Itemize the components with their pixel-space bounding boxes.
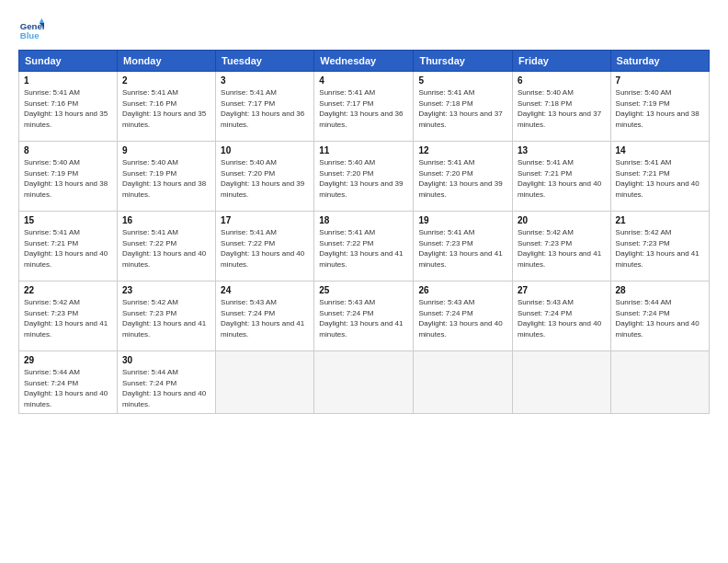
- day-detail: Sunrise: 5:41 AMSunset: 7:22 PMDaylight:…: [122, 227, 210, 270]
- calendar-cell: 24Sunrise: 5:43 AMSunset: 7:24 PMDayligh…: [216, 282, 314, 351]
- day-detail: Sunrise: 5:40 AMSunset: 7:18 PMDaylight:…: [518, 87, 606, 130]
- day-number: 1: [24, 75, 112, 86]
- calendar-cell: 23Sunrise: 5:42 AMSunset: 7:23 PMDayligh…: [118, 282, 216, 351]
- calendar-cell: [512, 351, 610, 414]
- day-number: 26: [418, 285, 507, 295]
- day-detail: Sunrise: 5:40 AMSunset: 7:20 PMDaylight:…: [221, 157, 309, 200]
- weekday-header: Sunday: [19, 51, 118, 72]
- calendar-cell: 13Sunrise: 5:41 AMSunset: 7:21 PMDayligh…: [512, 142, 610, 212]
- weekday-header: Friday: [512, 51, 610, 72]
- day-number: 22: [24, 285, 112, 295]
- calendar-cell: [610, 351, 709, 414]
- day-number: 19: [418, 215, 507, 225]
- calendar-cell: 20Sunrise: 5:42 AMSunset: 7:23 PMDayligh…: [512, 212, 610, 282]
- calendar-cell: 12Sunrise: 5:41 AMSunset: 7:20 PMDayligh…: [414, 142, 513, 212]
- calendar-cell: 4Sunrise: 5:41 AMSunset: 7:17 PMDaylight…: [314, 72, 414, 142]
- day-number: 16: [122, 215, 210, 225]
- weekday-header: Monday: [118, 51, 216, 72]
- day-number: 9: [122, 145, 210, 155]
- calendar-cell: 11Sunrise: 5:40 AMSunset: 7:20 PMDayligh…: [314, 142, 414, 212]
- calendar-cell: 25Sunrise: 5:43 AMSunset: 7:24 PMDayligh…: [314, 282, 414, 351]
- day-number: 14: [616, 145, 704, 155]
- day-number: 7: [616, 75, 704, 86]
- day-detail: Sunrise: 5:43 AMSunset: 7:24 PMDaylight:…: [418, 297, 507, 339]
- day-detail: Sunrise: 5:41 AMSunset: 7:21 PMDaylight:…: [24, 227, 112, 270]
- weekday-header: Tuesday: [216, 51, 314, 72]
- calendar-cell: 28Sunrise: 5:44 AMSunset: 7:24 PMDayligh…: [610, 282, 709, 351]
- calendar-cell: 19Sunrise: 5:41 AMSunset: 7:23 PMDayligh…: [414, 212, 513, 282]
- calendar-cell: 3Sunrise: 5:41 AMSunset: 7:17 PMDaylight…: [216, 72, 314, 142]
- weekday-header: Wednesday: [314, 51, 414, 72]
- calendar-cell: [216, 351, 314, 414]
- day-detail: Sunrise: 5:41 AMSunset: 7:17 PMDaylight:…: [319, 87, 408, 130]
- day-detail: Sunrise: 5:41 AMSunset: 7:22 PMDaylight:…: [221, 227, 309, 270]
- day-number: 20: [518, 215, 606, 225]
- day-number: 23: [122, 285, 210, 295]
- calendar-cell: [414, 351, 513, 414]
- calendar-cell: 15Sunrise: 5:41 AMSunset: 7:21 PMDayligh…: [19, 212, 118, 282]
- day-detail: Sunrise: 5:41 AMSunset: 7:17 PMDaylight:…: [221, 87, 309, 130]
- logo-icon: General Blue: [18, 17, 44, 42]
- day-detail: Sunrise: 5:42 AMSunset: 7:23 PMDaylight:…: [518, 227, 606, 270]
- calendar-cell: 30Sunrise: 5:44 AMSunset: 7:24 PMDayligh…: [118, 351, 216, 414]
- day-detail: Sunrise: 5:43 AMSunset: 7:24 PMDaylight:…: [319, 297, 408, 339]
- day-detail: Sunrise: 5:42 AMSunset: 7:23 PMDaylight:…: [122, 297, 210, 339]
- day-detail: Sunrise: 5:41 AMSunset: 7:22 PMDaylight:…: [319, 227, 408, 270]
- day-detail: Sunrise: 5:41 AMSunset: 7:21 PMDaylight:…: [518, 157, 606, 200]
- day-detail: Sunrise: 5:42 AMSunset: 7:23 PMDaylight:…: [616, 227, 704, 270]
- calendar-cell: 29Sunrise: 5:44 AMSunset: 7:24 PMDayligh…: [19, 351, 118, 414]
- day-detail: Sunrise: 5:44 AMSunset: 7:24 PMDaylight:…: [24, 367, 112, 409]
- day-detail: Sunrise: 5:40 AMSunset: 7:19 PMDaylight:…: [122, 157, 210, 200]
- day-number: 24: [221, 285, 309, 295]
- day-detail: Sunrise: 5:40 AMSunset: 7:19 PMDaylight:…: [616, 87, 704, 130]
- day-number: 28: [616, 285, 704, 295]
- day-detail: Sunrise: 5:41 AMSunset: 7:16 PMDaylight:…: [122, 87, 210, 130]
- logo: General Blue: [18, 17, 44, 42]
- calendar-cell: 10Sunrise: 5:40 AMSunset: 7:20 PMDayligh…: [216, 142, 314, 212]
- day-detail: Sunrise: 5:41 AMSunset: 7:16 PMDaylight:…: [24, 87, 112, 130]
- day-number: 15: [24, 215, 112, 225]
- day-number: 21: [616, 215, 704, 225]
- calendar-cell: 2Sunrise: 5:41 AMSunset: 7:16 PMDaylight…: [118, 72, 216, 142]
- day-detail: Sunrise: 5:44 AMSunset: 7:24 PMDaylight:…: [122, 367, 210, 409]
- day-detail: Sunrise: 5:41 AMSunset: 7:23 PMDaylight:…: [418, 227, 507, 270]
- calendar-cell: 21Sunrise: 5:42 AMSunset: 7:23 PMDayligh…: [610, 212, 709, 282]
- day-detail: Sunrise: 5:41 AMSunset: 7:18 PMDaylight:…: [418, 87, 507, 130]
- day-number: 3: [221, 75, 309, 86]
- svg-text:Blue: Blue: [20, 30, 40, 40]
- calendar-cell: 22Sunrise: 5:42 AMSunset: 7:23 PMDayligh…: [19, 282, 118, 351]
- calendar-cell: 9Sunrise: 5:40 AMSunset: 7:19 PMDaylight…: [118, 142, 216, 212]
- day-number: 4: [319, 75, 408, 86]
- day-number: 18: [319, 215, 408, 225]
- day-number: 11: [319, 145, 408, 155]
- calendar-cell: 5Sunrise: 5:41 AMSunset: 7:18 PMDaylight…: [414, 72, 513, 142]
- day-detail: Sunrise: 5:43 AMSunset: 7:24 PMDaylight:…: [221, 297, 309, 339]
- day-number: 13: [518, 145, 606, 155]
- day-number: 6: [518, 75, 606, 86]
- day-number: 5: [418, 75, 507, 86]
- day-number: 29: [24, 355, 112, 365]
- day-detail: Sunrise: 5:43 AMSunset: 7:24 PMDaylight:…: [518, 297, 606, 339]
- calendar-cell: [314, 351, 414, 414]
- day-detail: Sunrise: 5:41 AMSunset: 7:20 PMDaylight:…: [418, 157, 507, 200]
- calendar-cell: 26Sunrise: 5:43 AMSunset: 7:24 PMDayligh…: [414, 282, 513, 351]
- day-detail: Sunrise: 5:42 AMSunset: 7:23 PMDaylight:…: [24, 297, 112, 339]
- calendar-cell: 17Sunrise: 5:41 AMSunset: 7:22 PMDayligh…: [216, 212, 314, 282]
- day-detail: Sunrise: 5:41 AMSunset: 7:21 PMDaylight:…: [616, 157, 704, 200]
- calendar-cell: 1Sunrise: 5:41 AMSunset: 7:16 PMDaylight…: [19, 72, 118, 142]
- day-detail: Sunrise: 5:40 AMSunset: 7:20 PMDaylight:…: [319, 157, 408, 200]
- day-number: 8: [24, 145, 112, 155]
- calendar-cell: 27Sunrise: 5:43 AMSunset: 7:24 PMDayligh…: [512, 282, 610, 351]
- day-number: 2: [122, 75, 210, 86]
- day-number: 12: [418, 145, 507, 155]
- day-number: 17: [221, 215, 309, 225]
- day-number: 25: [319, 285, 408, 295]
- day-number: 10: [221, 145, 309, 155]
- weekday-header: Saturday: [610, 51, 709, 72]
- calendar-cell: 16Sunrise: 5:41 AMSunset: 7:22 PMDayligh…: [118, 212, 216, 282]
- calendar-table: SundayMondayTuesdayWednesdayThursdayFrid…: [18, 50, 710, 414]
- weekday-header: Thursday: [414, 51, 513, 72]
- day-number: 30: [122, 355, 210, 365]
- day-detail: Sunrise: 5:44 AMSunset: 7:24 PMDaylight:…: [616, 297, 704, 339]
- day-number: 27: [518, 285, 606, 295]
